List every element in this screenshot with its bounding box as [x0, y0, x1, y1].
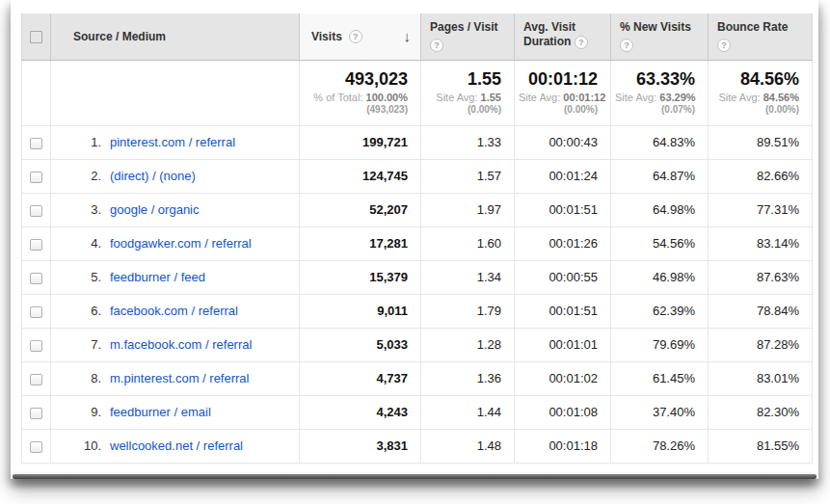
- row-checkbox[interactable]: [30, 138, 42, 149]
- source-link[interactable]: (direct) / (none): [110, 169, 196, 183]
- visits-value: 52,207: [300, 193, 421, 226]
- column-header-visits[interactable]: Visits ? ↓: [300, 13, 421, 60]
- row-checkbox[interactable]: [30, 408, 42, 419]
- total-visits: 493,023: [304, 69, 408, 90]
- table-row: 9.feedburner / email 4,243 1.44 00:01:08…: [22, 395, 813, 429]
- visits-value: 3,831: [300, 429, 421, 463]
- source-link[interactable]: m.facebook.com / referral: [110, 337, 252, 352]
- source-medium-table: Source / Medium Visits ? ↓ Pages / Visit…: [21, 13, 813, 464]
- row-checkbox-cell: [22, 294, 51, 328]
- new-visits-value: 79.69%: [611, 328, 709, 361]
- avg-visit-duration-label: Avg. Visit Duration: [523, 20, 576, 48]
- new-visits-value: 64.98%: [611, 193, 709, 226]
- new-visits-value: 64.83%: [611, 125, 709, 159]
- row-index: 3.: [51, 202, 101, 217]
- summary-empty-cell: [51, 60, 300, 125]
- visits-value: 124,745: [300, 159, 421, 193]
- row-checkbox[interactable]: [30, 441, 42, 453]
- avg-duration-value: 00:01:24: [515, 159, 611, 193]
- row-checkbox[interactable]: [30, 374, 42, 385]
- visits-value: 9,011: [300, 294, 421, 328]
- visits-value: 17,281: [300, 226, 421, 260]
- avg-duration-value: 00:00:55: [515, 260, 611, 294]
- bounce-rate-value: 83.14%: [709, 226, 813, 260]
- row-index: 6.: [51, 304, 101, 318]
- table-row: 5.feedburner / feed 15,379 1.34 00:00:55…: [22, 260, 813, 294]
- visits-value: 5,033: [300, 328, 421, 361]
- avg-duration-value: 00:01:08: [515, 395, 611, 429]
- source-link[interactable]: facebook.com / referral: [110, 304, 238, 318]
- row-checkbox-cell: [22, 395, 51, 429]
- source-link[interactable]: m.pinterest.com / referral: [110, 371, 250, 385]
- help-icon[interactable]: ?: [430, 39, 443, 52]
- pages-per-visit-value: 1.28: [421, 328, 515, 361]
- analytics-table-card: Source / Medium Visits ? ↓ Pages / Visit…: [11, 0, 818, 479]
- visits-value: 4,737: [300, 361, 421, 395]
- row-checkbox-cell: [22, 125, 51, 159]
- column-header-bounce-rate[interactable]: Bounce Rate ?: [709, 13, 813, 60]
- select-all-checkbox[interactable]: [30, 31, 42, 43]
- row-checkbox-cell: [22, 361, 51, 395]
- pages-per-visit-label: Pages / Visit: [430, 20, 510, 35]
- row-checkbox[interactable]: [30, 172, 42, 183]
- new-visits-value: 46.98%: [611, 260, 709, 294]
- select-all-header[interactable]: [22, 13, 51, 60]
- source-link[interactable]: pinterest.com / referral: [110, 135, 235, 149]
- source-link[interactable]: feedburner / email: [110, 405, 211, 419]
- avg-duration-value: 00:01:01: [515, 328, 611, 361]
- row-checkbox[interactable]: [30, 239, 42, 251]
- column-header-new-visits[interactable]: % New Visits ?: [611, 13, 709, 60]
- row-checkbox[interactable]: [30, 306, 42, 318]
- row-index: 2.: [51, 169, 101, 183]
- column-header-source-medium[interactable]: Source / Medium: [51, 13, 300, 60]
- row-index: 5.: [51, 270, 101, 284]
- source-link[interactable]: google / organic: [110, 202, 200, 217]
- visits-value: 4,243: [300, 395, 421, 429]
- card-bottom-edge: [13, 474, 817, 479]
- source-cell: 1.pinterest.com / referral: [51, 125, 300, 159]
- row-checkbox-cell: [22, 429, 51, 463]
- help-icon[interactable]: ?: [349, 30, 362, 43]
- pages-per-visit-value: 1.36: [421, 361, 515, 395]
- source-link[interactable]: foodgawker.com / referral: [110, 236, 252, 251]
- bounce-rate-value: 82.66%: [709, 159, 813, 193]
- bounce-rate-value: 83.01%: [709, 361, 813, 395]
- table-row: 6.facebook.com / referral 9,011 1.79 00:…: [22, 294, 813, 328]
- table-row: 7.m.facebook.com / referral 5,033 1.28 0…: [22, 328, 813, 361]
- column-header-avg-visit-duration[interactable]: Avg. Visit Duration ?: [515, 13, 611, 60]
- help-icon[interactable]: ?: [717, 39, 731, 52]
- avg-duration-value: 00:01:18: [515, 429, 611, 463]
- summary-new-visits: 63.33% Site Avg: 63.29% (0.07%): [611, 60, 709, 125]
- column-header-pages-per-visit[interactable]: Pages / Visit ?: [421, 13, 515, 60]
- avg-duration-value: 00:01:51: [515, 294, 611, 328]
- help-icon[interactable]: ?: [620, 39, 633, 52]
- visits-value: 199,721: [300, 125, 421, 159]
- avg-duration-value: 00:01:51: [515, 193, 611, 226]
- bounce-rate-label: Bounce Rate: [717, 20, 808, 35]
- table-row: 10.wellcooked.net / referral 3,831 1.48 …: [22, 429, 813, 463]
- new-visits-value: 64.87%: [611, 159, 709, 193]
- bounce-rate-value: 89.51%: [709, 125, 813, 159]
- summary-row: 493,023 % of Total: 100.00% (493,023) 1.…: [22, 60, 813, 125]
- row-checkbox[interactable]: [30, 205, 42, 217]
- source-link[interactable]: wellcooked.net / referral: [110, 438, 243, 453]
- source-cell: 8.m.pinterest.com / referral: [51, 361, 300, 395]
- table-row: 3.google / organic 52,207 1.97 00:01:51 …: [22, 193, 813, 226]
- new-visits-value: 61.45%: [611, 361, 709, 395]
- source-cell: 6.facebook.com / referral: [51, 294, 300, 328]
- row-checkbox-cell: [22, 328, 51, 361]
- summary-avg-duration: 00:01:12 Site Avg: 00:01:12 (0.00%): [515, 60, 611, 125]
- row-checkbox[interactable]: [30, 340, 42, 352]
- sort-descending-icon: ↓: [404, 29, 412, 43]
- row-index: 9.: [51, 405, 101, 419]
- row-index: 8.: [51, 371, 101, 385]
- bounce-rate-value: 87.28%: [709, 328, 813, 361]
- source-cell: 9.feedburner / email: [51, 395, 300, 429]
- row-checkbox[interactable]: [30, 273, 42, 284]
- row-checkbox-cell: [22, 193, 51, 226]
- row-index: 1.: [51, 135, 101, 149]
- table-header: Source / Medium Visits ? ↓ Pages / Visit…: [22, 13, 813, 60]
- help-icon[interactable]: ?: [575, 36, 588, 49]
- summary-visits: 493,023 % of Total: 100.00% (493,023): [300, 60, 421, 125]
- source-link[interactable]: feedburner / feed: [110, 270, 205, 284]
